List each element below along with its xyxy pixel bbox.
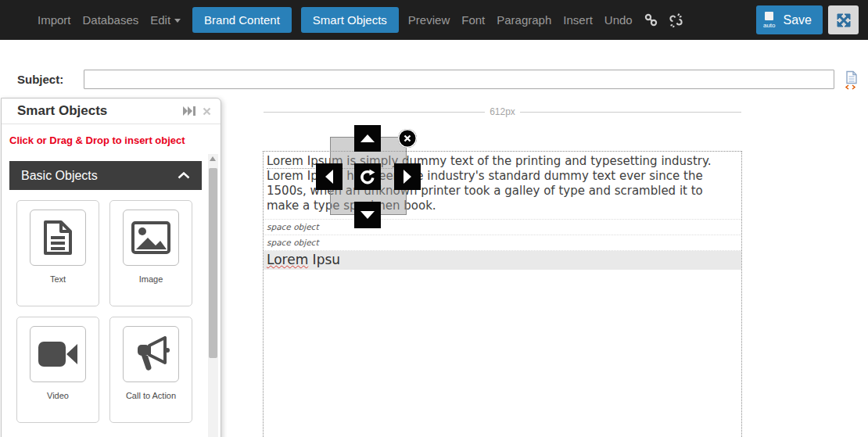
chevron-up-icon	[178, 172, 190, 179]
scroll-up-arrow-icon[interactable]	[210, 156, 216, 161]
object-tile-image[interactable]: Image	[109, 200, 192, 306]
ruler-line-right	[520, 112, 741, 113]
arrow-right-icon	[404, 170, 411, 184]
smart-objects-panel: Smart Objects Click or Drag & Drop to in…	[1, 98, 221, 437]
widget-close-button[interactable]	[398, 129, 417, 148]
menu-edit[interactable]: Edit	[150, 13, 181, 27]
panel-scrollbar[interactable]	[208, 154, 218, 437]
panel-title: Smart Objects	[17, 103, 176, 119]
autosave-label: auto	[763, 22, 776, 29]
space-object-row[interactable]: space object	[264, 235, 741, 251]
text-document-icon	[41, 219, 75, 256]
unlink-icon[interactable]	[669, 13, 683, 27]
chevron-down-icon	[174, 19, 181, 23]
arrow-up-icon	[360, 134, 375, 142]
video-camera-icon	[38, 339, 78, 369]
text-icon-box	[30, 210, 86, 266]
menu-insert[interactable]: Insert	[563, 13, 593, 27]
menu-paragraph[interactable]: Paragraph	[497, 13, 551, 27]
image-icon-box	[123, 210, 179, 266]
link-icon[interactable]	[644, 13, 658, 27]
smart-objects-button[interactable]: Smart Objects	[301, 7, 399, 33]
subject-input[interactable]	[84, 70, 834, 89]
arrow-left-icon	[325, 170, 333, 184]
save-button[interactable]: auto Save	[756, 5, 823, 34]
menu-undo[interactable]: Undo	[604, 13, 633, 27]
top-toolbar: Import Databases Edit Brand Content Smar…	[0, 0, 868, 40]
menu-edit-label: Edit	[150, 13, 170, 27]
object-tile-video[interactable]: Video	[16, 317, 99, 423]
move-right-button[interactable]	[394, 163, 421, 190]
fullscreen-button[interactable]	[828, 5, 859, 34]
canvas-width-ruler: 612px	[264, 106, 741, 117]
arrow-down-icon	[360, 211, 375, 219]
ruler-line-left	[264, 112, 485, 113]
dock-panel-icon[interactable]	[183, 106, 195, 116]
menu-font[interactable]: Font	[461, 13, 485, 27]
object-tile-call-to-action[interactable]: Call to Action	[109, 317, 192, 423]
rotate-button[interactable]	[354, 163, 381, 190]
move-left-button[interactable]	[316, 163, 343, 190]
move-up-button[interactable]	[354, 125, 381, 152]
menu-import[interactable]: Import	[38, 13, 71, 27]
misspelled-word: Lorem	[267, 252, 308, 267]
source-code-icon[interactable]	[845, 70, 859, 90]
subject-label: Subject:	[17, 73, 63, 86]
menu-preview[interactable]: Preview	[408, 13, 450, 27]
brand-content-button[interactable]: Brand Content	[192, 7, 292, 33]
tile-label: Image	[139, 274, 163, 284]
tile-label: Video	[47, 391, 69, 400]
move-down-button[interactable]	[354, 202, 381, 228]
rotate-icon	[359, 168, 376, 185]
section-basic-objects[interactable]: Basic Objects	[9, 161, 202, 190]
megaphone-icon	[132, 336, 170, 372]
drag-drop-hint: Click or Drag & Drop to insert object	[2, 124, 221, 154]
menu-databases[interactable]: Databases	[83, 13, 139, 27]
autosave-checkbox-icon	[765, 12, 773, 20]
panel-close-icon[interactable]	[203, 107, 211, 116]
autosave-toggle[interactable]: auto	[763, 12, 776, 29]
save-button-label: Save	[784, 13, 812, 27]
image-icon	[131, 221, 170, 254]
section-label: Basic Objects	[21, 169, 98, 183]
panel-header: Smart Objects	[2, 99, 221, 124]
object-move-widget	[316, 125, 421, 228]
close-icon	[404, 134, 411, 142]
object-tile-text[interactable]: Text	[16, 200, 99, 306]
cta-icon-box	[123, 326, 179, 382]
selected-line-rest: Ipsu	[308, 252, 340, 267]
tile-label: Call to Action	[126, 391, 176, 400]
video-icon-box	[30, 326, 86, 382]
scrollbar-thumb[interactable]	[209, 168, 217, 358]
selected-text-line[interactable]: Lorem Ipsu	[264, 251, 741, 270]
object-tiles-grid: Text Image Video	[16, 200, 221, 423]
ruler-width-label: 612px	[485, 106, 520, 117]
tile-label: Text	[50, 274, 66, 284]
fullscreen-arrows-icon	[836, 13, 852, 28]
